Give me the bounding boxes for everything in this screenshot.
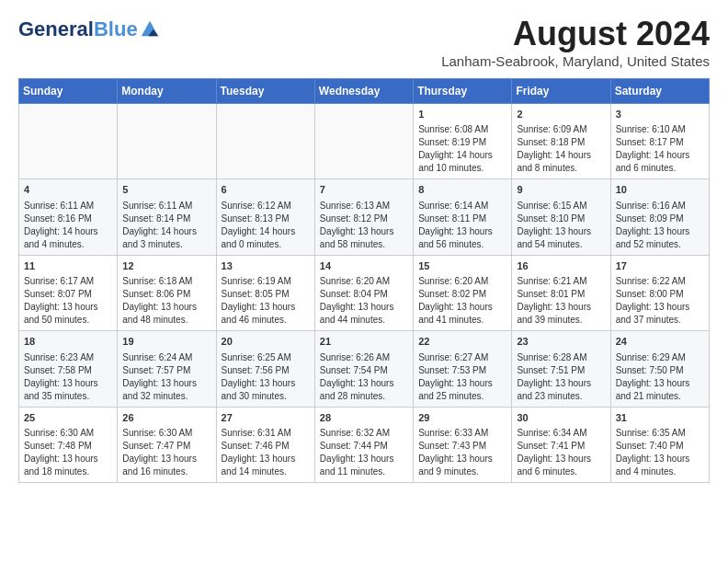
day-info: Sunrise: 6:13 AM Sunset: 8:12 PM Dayligh… [320, 200, 408, 251]
calendar-table: SundayMondayTuesdayWednesdayThursdayFrid… [18, 78, 710, 483]
day-of-week-header: Friday [512, 79, 610, 104]
calendar-day-cell: 11Sunrise: 6:17 AM Sunset: 8:07 PM Dayli… [19, 255, 118, 330]
day-number: 1 [418, 108, 506, 121]
calendar-day-cell: 29Sunrise: 6:33 AM Sunset: 7:43 PM Dayli… [414, 407, 512, 482]
calendar-day-cell: 21Sunrise: 6:26 AM Sunset: 7:54 PM Dayli… [314, 331, 413, 407]
day-info: Sunrise: 6:08 AM Sunset: 8:19 PM Dayligh… [418, 123, 506, 175]
calendar-week-row: 1Sunrise: 6:08 AM Sunset: 8:19 PM Daylig… [19, 104, 710, 179]
day-number: 30 [517, 411, 605, 425]
day-number: 13 [222, 259, 310, 273]
day-of-week-header: Wednesday [314, 79, 413, 104]
calendar-day-cell: 10Sunrise: 6:16 AM Sunset: 8:09 PM Dayli… [610, 179, 709, 255]
day-of-week-header: Monday [118, 79, 216, 104]
day-number: 11 [24, 259, 112, 273]
day-info: Sunrise: 6:11 AM Sunset: 8:14 PM Dayligh… [122, 200, 210, 251]
day-info: Sunrise: 6:30 AM Sunset: 7:47 PM Dayligh… [122, 427, 210, 478]
calendar-day-cell: 30Sunrise: 6:34 AM Sunset: 7:41 PM Dayli… [512, 407, 610, 482]
calendar-day-cell: 19Sunrise: 6:24 AM Sunset: 7:57 PM Dayli… [118, 331, 216, 407]
day-info: Sunrise: 6:34 AM Sunset: 7:41 PM Dayligh… [517, 427, 605, 478]
calendar-day-cell [314, 104, 413, 179]
logo: GeneralBlue [18, 18, 160, 40]
day-number: 26 [122, 411, 210, 425]
page-header: GeneralBlue August 2024 Lanham-Seabrook,… [18, 15, 710, 69]
day-info: Sunrise: 6:17 AM Sunset: 8:07 PM Dayligh… [24, 275, 112, 327]
day-number: 28 [320, 411, 408, 425]
day-info: Sunrise: 6:18 AM Sunset: 8:06 PM Dayligh… [122, 275, 210, 327]
calendar-day-cell: 13Sunrise: 6:19 AM Sunset: 8:05 PM Dayli… [216, 255, 314, 330]
day-info: Sunrise: 6:12 AM Sunset: 8:13 PM Dayligh… [222, 200, 310, 251]
calendar-day-cell: 16Sunrise: 6:21 AM Sunset: 8:01 PM Dayli… [512, 255, 610, 330]
day-info: Sunrise: 6:16 AM Sunset: 8:09 PM Dayligh… [616, 200, 704, 251]
day-info: Sunrise: 6:11 AM Sunset: 8:16 PM Dayligh… [24, 200, 112, 251]
calendar-day-cell: 2Sunrise: 6:09 AM Sunset: 8:18 PM Daylig… [512, 104, 610, 179]
day-number: 8 [418, 183, 506, 197]
day-number: 27 [222, 411, 310, 425]
day-number: 19 [122, 335, 210, 349]
day-info: Sunrise: 6:30 AM Sunset: 7:48 PM Dayligh… [24, 427, 112, 478]
calendar-day-cell: 9Sunrise: 6:15 AM Sunset: 8:10 PM Daylig… [512, 179, 610, 255]
day-info: Sunrise: 6:20 AM Sunset: 8:04 PM Dayligh… [320, 275, 408, 327]
day-of-week-header: Thursday [414, 79, 512, 104]
day-info: Sunrise: 6:27 AM Sunset: 7:53 PM Dayligh… [418, 351, 506, 403]
calendar-day-cell: 8Sunrise: 6:14 AM Sunset: 8:11 PM Daylig… [414, 179, 512, 255]
logo-icon [140, 19, 160, 40]
day-of-week-header: Saturday [610, 79, 709, 104]
calendar-day-cell: 17Sunrise: 6:22 AM Sunset: 8:00 PM Dayli… [610, 255, 709, 330]
day-number: 6 [222, 183, 310, 197]
calendar-day-cell: 20Sunrise: 6:25 AM Sunset: 7:56 PM Dayli… [216, 331, 314, 407]
calendar-day-cell: 23Sunrise: 6:28 AM Sunset: 7:51 PM Dayli… [512, 331, 610, 407]
day-number: 9 [517, 183, 605, 197]
day-number: 3 [616, 108, 704, 121]
calendar-week-row: 18Sunrise: 6:23 AM Sunset: 7:58 PM Dayli… [19, 331, 710, 407]
day-number: 25 [24, 411, 112, 425]
calendar-day-cell [19, 104, 118, 179]
day-number: 5 [122, 183, 210, 197]
day-number: 15 [418, 259, 506, 273]
calendar-day-cell: 3Sunrise: 6:10 AM Sunset: 8:17 PM Daylig… [610, 104, 709, 179]
calendar-day-cell: 5Sunrise: 6:11 AM Sunset: 8:14 PM Daylig… [118, 179, 216, 255]
day-number: 21 [320, 335, 408, 349]
day-number: 10 [616, 183, 704, 197]
day-info: Sunrise: 6:09 AM Sunset: 8:18 PM Dayligh… [517, 123, 605, 175]
day-number: 22 [418, 335, 506, 349]
day-number: 2 [517, 108, 605, 121]
day-info: Sunrise: 6:31 AM Sunset: 7:46 PM Dayligh… [222, 427, 310, 478]
day-number: 20 [222, 335, 310, 349]
day-info: Sunrise: 6:26 AM Sunset: 7:54 PM Dayligh… [320, 351, 408, 403]
day-info: Sunrise: 6:22 AM Sunset: 8:00 PM Dayligh… [616, 275, 704, 327]
day-info: Sunrise: 6:14 AM Sunset: 8:11 PM Dayligh… [418, 200, 506, 251]
day-info: Sunrise: 6:24 AM Sunset: 7:57 PM Dayligh… [122, 351, 210, 403]
day-info: Sunrise: 6:29 AM Sunset: 7:50 PM Dayligh… [616, 351, 704, 403]
calendar-day-cell: 28Sunrise: 6:32 AM Sunset: 7:44 PM Dayli… [314, 407, 413, 482]
day-info: Sunrise: 6:32 AM Sunset: 7:44 PM Dayligh… [320, 427, 408, 478]
calendar-day-cell: 4Sunrise: 6:11 AM Sunset: 8:16 PM Daylig… [19, 179, 118, 255]
day-info: Sunrise: 6:19 AM Sunset: 8:05 PM Dayligh… [222, 275, 310, 327]
day-info: Sunrise: 6:35 AM Sunset: 7:40 PM Dayligh… [616, 427, 704, 478]
day-number: 17 [616, 259, 704, 273]
day-number: 29 [418, 411, 506, 425]
day-info: Sunrise: 6:15 AM Sunset: 8:10 PM Dayligh… [517, 200, 605, 251]
calendar-day-cell: 24Sunrise: 6:29 AM Sunset: 7:50 PM Dayli… [610, 331, 709, 407]
calendar-body: 1Sunrise: 6:08 AM Sunset: 8:19 PM Daylig… [19, 104, 710, 483]
calendar-day-cell: 25Sunrise: 6:30 AM Sunset: 7:48 PM Dayli… [19, 407, 118, 482]
day-info: Sunrise: 6:28 AM Sunset: 7:51 PM Dayligh… [517, 351, 605, 403]
title-area: August 2024 Lanham-Seabrook, Maryland, U… [441, 15, 710, 69]
calendar-day-cell: 14Sunrise: 6:20 AM Sunset: 8:04 PM Dayli… [314, 255, 413, 330]
calendar-day-cell: 22Sunrise: 6:27 AM Sunset: 7:53 PM Dayli… [414, 331, 512, 407]
day-number: 23 [517, 335, 605, 349]
calendar-day-cell: 15Sunrise: 6:20 AM Sunset: 8:02 PM Dayli… [414, 255, 512, 330]
calendar-day-cell: 1Sunrise: 6:08 AM Sunset: 8:19 PM Daylig… [414, 104, 512, 179]
calendar-week-row: 25Sunrise: 6:30 AM Sunset: 7:48 PM Dayli… [19, 407, 710, 482]
day-number: 24 [616, 335, 704, 349]
logo-text: GeneralBlue [18, 18, 138, 40]
day-number: 7 [320, 183, 408, 197]
day-number: 12 [122, 259, 210, 273]
day-info: Sunrise: 6:10 AM Sunset: 8:17 PM Dayligh… [616, 123, 704, 175]
calendar-day-cell [118, 104, 216, 179]
calendar-day-cell: 26Sunrise: 6:30 AM Sunset: 7:47 PM Dayli… [118, 407, 216, 482]
calendar-day-cell: 12Sunrise: 6:18 AM Sunset: 8:06 PM Dayli… [118, 255, 216, 330]
calendar-header-row: SundayMondayTuesdayWednesdayThursdayFrid… [19, 79, 710, 104]
day-info: Sunrise: 6:23 AM Sunset: 7:58 PM Dayligh… [24, 351, 112, 403]
day-info: Sunrise: 6:33 AM Sunset: 7:43 PM Dayligh… [418, 427, 506, 478]
day-number: 18 [24, 335, 112, 349]
